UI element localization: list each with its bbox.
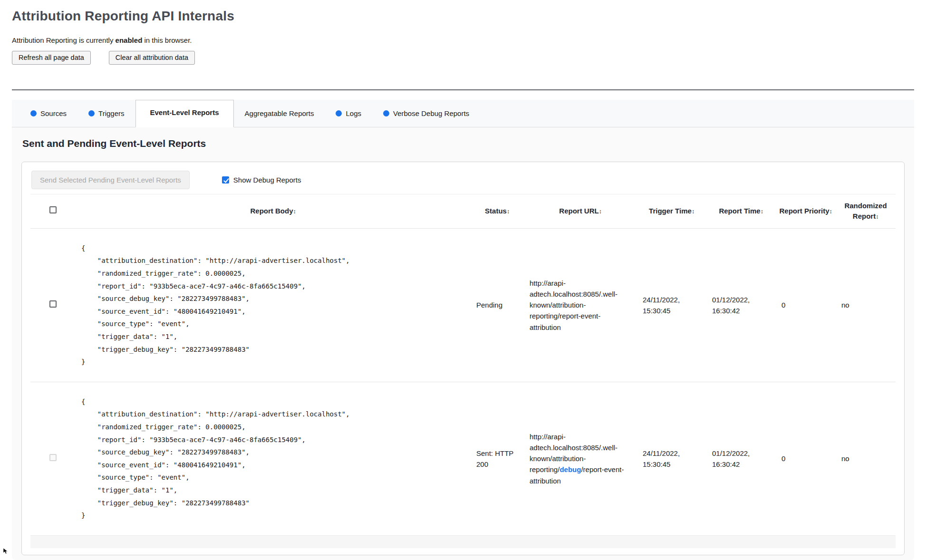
report-row-pending: { "attribution_destination": "http://ara…: [30, 228, 896, 382]
column-header-report-priority[interactable]: Report Priority↕: [776, 194, 836, 228]
trigger-time-cell: 24/11/2022, 15:30:45: [637, 382, 706, 535]
randomized-report-cell: no: [836, 228, 896, 382]
status-suffix: in this browser.: [142, 36, 192, 44]
refresh-all-button[interactable]: Refresh all page data: [12, 51, 91, 65]
tab-triggers[interactable]: Triggers: [77, 100, 135, 127]
tab-logs[interactable]: Logs: [325, 100, 372, 127]
column-label: Randomized Report: [844, 202, 887, 221]
column-label: Report Priority: [779, 207, 829, 215]
sort-icon: ↕: [599, 208, 602, 215]
row-select-checkbox-disabled[interactable]: [49, 454, 57, 461]
page-title: Attribution Reporting API Internals: [12, 9, 914, 24]
show-debug-reports-checkbox[interactable]: Show Debug Reports: [222, 176, 301, 184]
randomized-report-cell: no: [836, 382, 896, 535]
trigger-time-text: 24/11/2022, 15:30:45: [643, 296, 680, 315]
page-actions: Refresh all page data Clear all attribut…: [12, 51, 914, 65]
tab-label: Event-Level Reports: [150, 108, 219, 116]
column-header-report-time[interactable]: Report Time↕: [706, 194, 776, 228]
attribution-internals-page: Attribution Reporting API Internals Attr…: [0, 0, 926, 560]
table-footer-row: [30, 535, 896, 548]
report-url-text: http://arapi-adtech.localhost:8085/.well…: [530, 279, 617, 331]
randomized-report-text: no: [841, 301, 849, 309]
section-heading: Sent and Pending Event-Level Reports: [22, 138, 905, 149]
clear-all-button[interactable]: Clear all attribution data: [109, 51, 195, 65]
reports-content-box: Send Selected Pending Event-Level Report…: [21, 162, 905, 555]
row-select-cell: [30, 228, 76, 382]
report-time-text: 01/12/2022, 16:30:42: [712, 449, 750, 468]
status-dot-icon: [336, 110, 342, 116]
event-level-reports-table: Report Body↕ Status↕ Report URL↕ Trigger…: [30, 194, 896, 548]
status-enabled-text: enabled: [116, 36, 143, 44]
event-level-reports-panel: Sent and Pending Event-Level Reports Sen…: [12, 127, 914, 560]
tab-label: Verbose Debug Reports: [393, 109, 469, 117]
sort-icon: ↕: [876, 213, 878, 220]
column-header-report-body[interactable]: Report Body↕: [76, 194, 471, 228]
sort-icon: ↕: [692, 208, 694, 215]
table-header-row: Report Body↕ Status↕ Report URL↕ Trigger…: [30, 194, 896, 228]
column-header-status[interactable]: Status↕: [471, 194, 524, 228]
column-label: Report Body: [251, 207, 293, 215]
column-label: Report URL: [559, 207, 598, 215]
status-text: Pending: [476, 301, 502, 309]
sort-icon: ↕: [293, 208, 296, 215]
report-url-cell: http://arapi-adtech.localhost:8085/.well…: [524, 382, 637, 535]
tab-event-level-reports[interactable]: Event-Level Reports: [135, 100, 234, 127]
column-label: Trigger Time: [649, 207, 692, 215]
status-dot-icon: [383, 110, 389, 116]
tab-label: Sources: [40, 109, 67, 117]
report-time-cell: 01/12/2022, 16:30:42: [706, 228, 776, 382]
send-selected-pending-button[interactable]: Send Selected Pending Event-Level Report…: [31, 171, 190, 189]
divider: [12, 89, 914, 90]
sort-icon: ↕: [830, 208, 832, 215]
report-priority-text: 0: [781, 454, 785, 463]
report-priority-cell: 0: [776, 382, 836, 535]
status-cell: Sent: HTTP 200: [471, 382, 524, 535]
api-status-line: Attribution Reporting is currently enabl…: [12, 36, 914, 44]
column-header-trigger-time[interactable]: Trigger Time↕: [637, 194, 706, 228]
randomized-report-text: no: [841, 454, 849, 463]
report-priority-text: 0: [781, 301, 785, 309]
tab-label: Triggers: [98, 109, 124, 117]
status-text: Sent: HTTP 200: [476, 449, 513, 468]
tab-aggregatable-reports[interactable]: Aggregatable Reports: [234, 100, 325, 127]
report-body-json: { "attribution_destination": "http://ara…: [81, 242, 465, 368]
report-body-cell: { "attribution_destination": "http://ara…: [76, 382, 471, 535]
report-time-cell: 01/12/2022, 16:30:42: [706, 382, 776, 535]
report-url-cell: http://arapi-adtech.localhost:8085/.well…: [524, 228, 637, 382]
sort-icon: ↕: [761, 208, 763, 215]
report-time-text: 01/12/2022, 16:30:42: [712, 296, 750, 315]
sort-icon: ↕: [507, 208, 510, 215]
select-all-checkbox[interactable]: [49, 206, 57, 213]
tab-label: Aggregatable Reports: [245, 109, 314, 117]
report-body-cell: { "attribution_destination": "http://ara…: [76, 228, 471, 382]
tab-sources[interactable]: Sources: [19, 100, 77, 127]
trigger-time-cell: 24/11/2022, 15:30:45: [637, 228, 706, 382]
status-dot-icon: [30, 110, 37, 116]
row-select-checkbox[interactable]: [49, 300, 57, 308]
table-footer: [30, 535, 896, 548]
row-select-cell: [30, 382, 76, 535]
tab-verbose-debug-reports[interactable]: Verbose Debug Reports: [372, 100, 480, 127]
show-debug-reports-label: Show Debug Reports: [233, 176, 301, 184]
tab-bar: Sources Triggers Event-Level Reports Agg…: [12, 100, 914, 127]
status-dot-icon: [88, 110, 95, 116]
report-url-debug-segment: debug: [559, 465, 581, 473]
trigger-time-text: 24/11/2022, 15:30:45: [643, 449, 680, 468]
reports-toolbar: Send Selected Pending Event-Level Report…: [31, 171, 896, 189]
column-label: Report Time: [719, 207, 760, 215]
select-all-header-cell: [30, 194, 76, 228]
tab-label: Logs: [346, 109, 361, 117]
checkbox-checked-icon: [222, 176, 229, 183]
status-prefix: Attribution Reporting is currently: [12, 36, 116, 44]
report-body-json: { "attribution_destination": "http://ara…: [81, 396, 465, 522]
report-row-sent-debug: { "attribution_destination": "http://ara…: [30, 382, 896, 535]
column-header-report-url[interactable]: Report URL↕: [524, 194, 637, 228]
column-label: Status: [485, 207, 507, 215]
status-cell: Pending: [471, 228, 524, 382]
mouse-cursor-icon: [3, 548, 9, 554]
report-priority-cell: 0: [776, 228, 836, 382]
column-header-randomized-report[interactable]: Randomized Report↕: [836, 194, 896, 228]
